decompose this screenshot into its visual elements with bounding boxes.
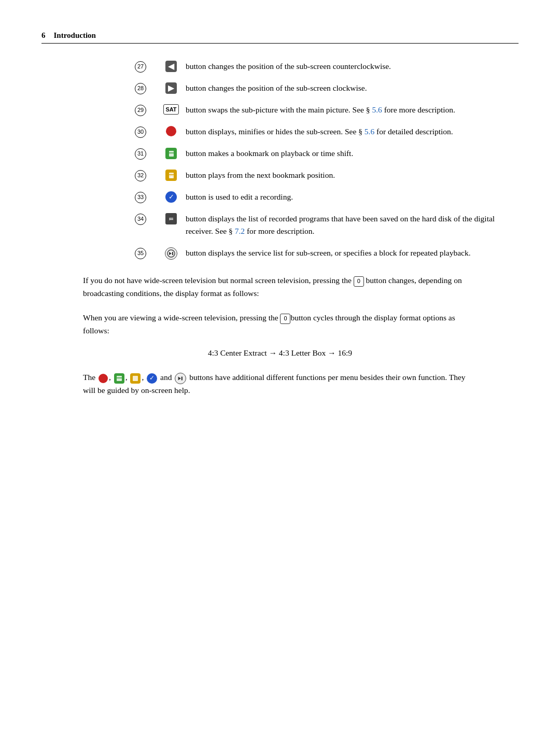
list-item: 34 button displays the list of recorded … [135, 213, 519, 237]
btn-blue-check-icon: ✓ [162, 191, 180, 203]
circled-27: 27 [135, 61, 146, 73]
circled-29: 29 [135, 105, 146, 116]
svg-rect-12 [117, 376, 122, 381]
item-text-28: button changes the position of the sub-s… [186, 82, 519, 94]
item-number-28: 28 [135, 83, 162, 94]
list-item: 32 button plays from the next bookmark p… [135, 169, 519, 181]
svg-rect-11 [172, 252, 173, 255]
circled-31: 31 [135, 148, 146, 160]
list-item: 31 button makes a bookmark on playback o… [135, 147, 519, 160]
btn-yellow-bookmark-icon [162, 170, 180, 181]
red-circle-btn-inline [99, 374, 108, 383]
page-header: 6 Introduction [41, 31, 519, 44]
btn-list-icon [162, 213, 180, 224]
circled-34: 34 [135, 214, 146, 225]
item-number-32: 32 [135, 170, 162, 181]
item-number-27: 27 [135, 61, 162, 73]
item-text-30: button displays, minifies or hides the s… [186, 125, 519, 138]
item-number-35: 35 [135, 248, 162, 259]
item-text-31: button makes a bookmark on playback or t… [186, 147, 519, 160]
chapter-title: Introduction [54, 31, 96, 40]
circled-33: 33 [135, 192, 146, 203]
btn-sat-icon: SAT [162, 104, 180, 115]
page: 6 Introduction 27 ◀ button changes the p… [0, 0, 560, 746]
svg-rect-14 [133, 376, 138, 381]
item-text-32: button plays from the next bookmark posi… [186, 169, 519, 181]
btn-red-circle-icon [162, 126, 180, 136]
item-number-30: 30 [135, 126, 162, 138]
blue-check-btn-inline: ✓ [147, 373, 157, 384]
formula-text: 4:3 Center Extract → 4:3 Letter Box → 16… [208, 348, 352, 357]
circled-32: 32 [135, 170, 146, 181]
btn-skip-icon [162, 247, 180, 260]
paragraph-1: If you do not have wide-screen televisio… [83, 274, 477, 300]
svg-rect-0 [169, 151, 174, 157]
svg-marker-15 [178, 376, 181, 380]
list-item: 35 button displays the service list for … [135, 247, 519, 260]
circled-35: 35 [135, 248, 146, 259]
item-text-34: button displays the list of recorded pro… [186, 213, 519, 237]
green-bookmark-btn-inline [114, 373, 124, 384]
item-number-29: 29 [135, 105, 162, 116]
full-paragraphs: If you do not have wide-screen televisio… [41, 274, 519, 397]
item-text-29: button swaps the sub-picture with the ma… [186, 104, 519, 116]
formula-display: 4:3 Center Extract → 4:3 Letter Box → 16… [83, 348, 477, 358]
circled-30: 30 [135, 126, 146, 138]
list-item: 28 ▶ button changes the position of the … [135, 82, 519, 94]
paragraph-2: When you are viewing a wide-screen telev… [83, 312, 477, 337]
item-text-35: button displays the service list for sub… [186, 247, 519, 259]
main-content: 27 ◀ button changes the position of the … [41, 60, 519, 260]
list-item: 29 SAT button swaps the sub-picture with… [135, 104, 519, 116]
item-text-33: button is used to edit a recording. [186, 191, 519, 203]
zero-button-inline-2: 0 [280, 314, 290, 324]
and-text: and [160, 373, 172, 382]
zero-button-inline-1: 0 [354, 276, 364, 287]
link-5-6b[interactable]: 5.6 [365, 127, 374, 136]
list-item: 27 ◀ button changes the position of the … [135, 60, 519, 73]
svg-rect-16 [181, 376, 183, 380]
item-number-31: 31 [135, 148, 162, 160]
item-list: 27 ◀ button changes the position of the … [135, 60, 519, 260]
yellow-bookmark-btn-inline [130, 373, 141, 384]
page-number: 6 [41, 31, 46, 40]
list-item: 33 ✓ button is used to edit a recording. [135, 191, 519, 203]
btn-green-bookmark-icon [162, 148, 180, 159]
skip-btn-inline [175, 373, 186, 384]
paragraph-3: The , , , ✓ and buttons have additional … [83, 371, 477, 397]
item-number-34: 34 [135, 214, 162, 225]
item-number-33: 33 [135, 192, 162, 203]
circled-28: 28 [135, 83, 146, 94]
btn-grey-left-icon: ◀ [162, 61, 180, 72]
btn-grey-right-icon: ▶ [162, 82, 180, 94]
list-item: 30 button displays, minifies or hides th… [135, 125, 519, 138]
link-7-2[interactable]: 7.2 [235, 227, 245, 235]
item-text-27: button changes the position of the sub-s… [186, 60, 519, 73]
link-5-6[interactable]: 5.6 [372, 105, 382, 114]
